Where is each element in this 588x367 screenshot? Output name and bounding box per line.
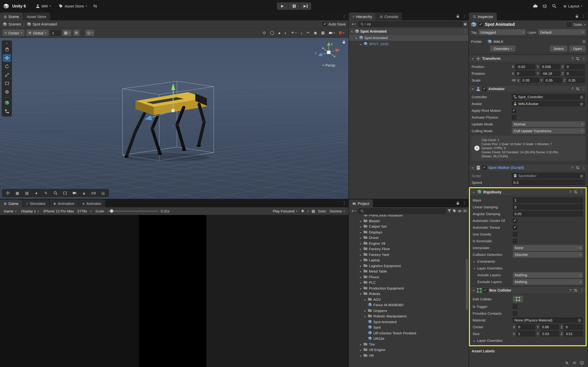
shadows-icon[interactable]: ◐: [283, 30, 288, 36]
foldout-icon[interactable]: [363, 314, 367, 318]
prefab-value[interactable]: WALK: [493, 39, 503, 43]
presets-icon[interactable]: [574, 190, 578, 194]
skybox-icon[interactable]: ●: [277, 30, 282, 36]
layout-dropdown[interactable]: ▦ Layout▾: [561, 2, 585, 9]
hierarchy-row[interactable]: SPOT_DOG: [349, 41, 468, 47]
edit-collider-tool[interactable]: [3, 99, 11, 107]
scene-visibility-icon[interactable]: ◉: [312, 30, 319, 36]
more-icon[interactable]: ⋮: [342, 14, 346, 18]
z-axis-arrow[interactable]: [145, 115, 152, 120]
foldout-icon[interactable]: [359, 241, 362, 245]
foldout-icon[interactable]: [363, 297, 367, 301]
help-icon[interactable]: ?: [570, 288, 571, 292]
more-icon[interactable]: ⋮: [582, 86, 586, 91]
project-row[interactable]: UR eSeries Teach Pendant: [349, 330, 468, 336]
spot-walker-header[interactable]: Spot Walker (Script) ?⋮: [469, 164, 588, 171]
search-by-type-icon[interactable]: [448, 209, 451, 213]
active-checkbox[interactable]: [478, 22, 483, 27]
play-focused-dropdown[interactable]: Play Focused▾: [272, 208, 298, 214]
debug-icon[interactable]: ✱: [301, 209, 304, 213]
project-row[interactable]: Displays: [349, 229, 468, 235]
center-y-input[interactable]: [540, 324, 559, 330]
project-row[interactable]: PointCloud Visualizer: [349, 215, 468, 218]
transform-tool[interactable]: [3, 88, 11, 96]
lock-icon[interactable]: [575, 14, 579, 18]
asset-labels-header[interactable]: Asset Labels: [469, 346, 588, 355]
audio-icon[interactable]: ♪: [299, 30, 304, 36]
rotation-x-input[interactable]: [515, 71, 535, 76]
presets-icon[interactable]: [576, 87, 579, 91]
layer-overrides-foldout[interactable]: Layer Overrides: [470, 265, 586, 272]
tab-animator[interactable]: ◈Animator: [78, 200, 105, 207]
project-row[interactable]: Phone: [349, 274, 468, 280]
linear-damping-input[interactable]: [513, 204, 583, 210]
more-icon[interactable]: ⋮: [580, 288, 584, 292]
shaded-mode-icon[interactable]: ⊙: [261, 30, 268, 36]
snap-overlay-icon[interactable]: ▲: [80, 190, 88, 196]
avatar-object-field[interactable]: WALKAvatar◎: [512, 101, 585, 106]
game-view-dropdown[interactable]: Game▾: [3, 208, 17, 214]
scene-viewport[interactable]: ≡ y: [0, 38, 348, 199]
project-row[interactable]: Metal Table: [349, 268, 468, 274]
project-row[interactable]: PLC: [349, 280, 468, 285]
y-axis-arrow[interactable]: [171, 83, 175, 90]
metrics-icon[interactable]: ▦: [311, 209, 315, 213]
y-axis-cone[interactable]: [327, 42, 330, 46]
foldout-icon[interactable]: [359, 292, 362, 296]
orientation-gizmo[interactable]: y z: [314, 41, 343, 63]
help-icon[interactable]: ?: [571, 57, 573, 60]
constraints-foldout[interactable]: Constraints: [470, 258, 586, 265]
transform-header[interactable]: Transform ?⋮: [469, 55, 588, 62]
more-icon[interactable]: ⋮: [581, 14, 585, 18]
notifications-muted-icon[interactable]: [565, 361, 569, 365]
position-x-input[interactable]: [515, 64, 535, 69]
project-row[interactable]: Drone: [349, 235, 468, 240]
tab-project[interactable]: Project: [349, 200, 373, 207]
tab-animation[interactable]: ◉Animation: [50, 200, 78, 207]
foldout-icon[interactable]: [471, 87, 474, 91]
foldout-icon[interactable]: [359, 286, 362, 290]
select-overlay-icon[interactable]: [61, 190, 69, 196]
project-row[interactable]: Tire: [349, 341, 468, 347]
tab-hierarchy[interactable]: ≡Hierarchy: [349, 13, 376, 20]
project-row[interactable]: VR: [349, 352, 468, 358]
view-options-dropdown[interactable]: ◎▾: [86, 30, 94, 36]
move-overlay-icon[interactable]: [3, 190, 12, 196]
foldout-icon[interactable]: [472, 288, 475, 292]
lock-icon[interactable]: [456, 201, 460, 205]
scale-z-input[interactable]: [567, 77, 585, 83]
is-kinematic-checkbox[interactable]: [513, 239, 517, 243]
layer-dropdown[interactable]: Default▾: [538, 29, 586, 35]
grid-visibility-icon[interactable]: ▦: [319, 30, 326, 36]
project-row[interactable]: Factory Yard: [349, 252, 468, 257]
enabled-checkbox[interactable]: [482, 86, 487, 91]
hierarchy-empty-area[interactable]: [349, 47, 468, 199]
asset-store-dropdown[interactable]: Asset Store▾: [56, 2, 89, 9]
wireframe-icon[interactable]: ◯: [268, 30, 276, 36]
foldout-icon[interactable]: [363, 309, 367, 313]
foldout-icon[interactable]: [359, 225, 362, 228]
tab-simulator[interactable]: ▯Simulator: [23, 200, 49, 207]
use-gravity-checkbox[interactable]: [513, 232, 517, 236]
game-viewport[interactable]: [0, 215, 348, 367]
project-row[interactable]: Logistics Equipment: [349, 263, 468, 268]
tab-inspector[interactable]: Inspector: [469, 13, 497, 20]
foldout-icon[interactable]: [359, 219, 362, 223]
rigidbody-header[interactable]: Rigidbody ?⋮: [470, 188, 586, 196]
z-axis-cone[interactable]: [318, 53, 322, 56]
foldout-icon[interactable]: [359, 275, 362, 279]
position-z-input[interactable]: [565, 64, 585, 69]
foldout-icon[interactable]: [359, 247, 362, 251]
tab-asset-store[interactable]: Asset Store: [23, 13, 50, 20]
script-object-field[interactable]: SpotWalker◎: [512, 173, 585, 178]
orientation-overlay-icon[interactable]: ◎: [99, 190, 108, 196]
rotate-tool[interactable]: [3, 63, 11, 70]
foldout-icon[interactable]: [359, 342, 362, 346]
help-icon[interactable]: ?: [571, 87, 573, 91]
foldout-icon[interactable]: [359, 236, 362, 240]
foldout-icon[interactable]: [359, 258, 362, 262]
object-picker-icon[interactable]: ◎: [580, 95, 583, 99]
open-button[interactable]: Open: [570, 46, 586, 52]
orientation-dropdown[interactable]: ⊕Global▾: [26, 30, 49, 36]
camera-preview-dropdown[interactable]: ▾: [327, 30, 337, 36]
